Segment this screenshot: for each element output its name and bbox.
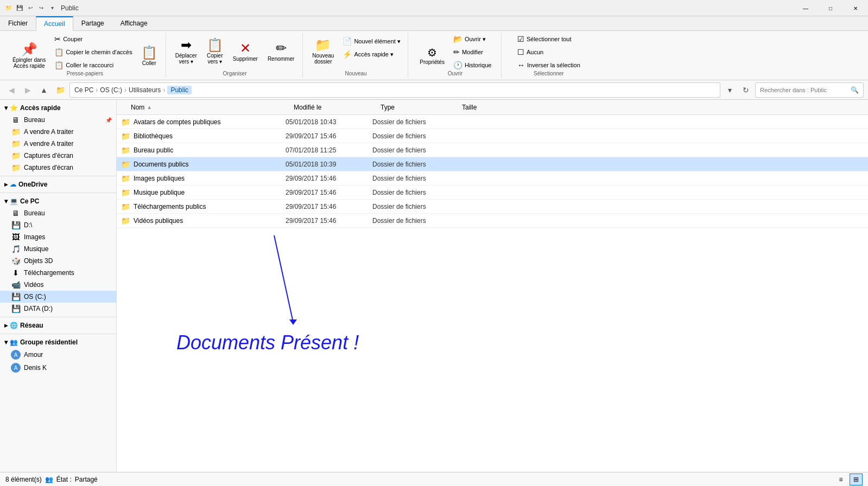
copier-button[interactable]: 📋 Copier le chemin d'accès (52, 46, 135, 58)
sidebar-item-telechargements[interactable]: ⬇ Téléchargements (0, 267, 116, 279)
couper-button[interactable]: ✂ Couper (52, 33, 135, 45)
sidebar-item-osc[interactable]: 💾 OS (C:) (0, 291, 116, 303)
tab-accueil[interactable]: Accueil (36, 16, 73, 31)
sidebar-item-captures1[interactable]: 📁 Captures d'écran (0, 150, 116, 162)
sidebar-item-captures2[interactable]: 📁 Captures d'écran (0, 162, 116, 174)
sidebar-item-avendre1[interactable]: 📁 A vendre A traiter (0, 126, 116, 138)
coller-button[interactable]: 📋 Coller le raccourci (52, 59, 135, 71)
file-date: 07/01/2018 11:25 (286, 146, 372, 154)
presse-papiers-buttons: 📌 Épingler dansAccès rapide ✂ Couper 📋 C… (9, 33, 161, 86)
icon-onedrive: ☁ (10, 181, 16, 188)
sidebar-item-datad[interactable]: 💾 DATA (D:) (0, 303, 116, 315)
section-header-acces-rapide[interactable]: ▾ ⭐ Accès rapide (0, 102, 116, 114)
historique-button[interactable]: 🕐 Historique (451, 59, 495, 71)
section-header-cepc[interactable]: ▾ 💻 Ce PC (0, 195, 116, 207)
section-groupe-residentiel: ▾ 👥 Groupe résidentiel A Amour A Denis K (0, 336, 116, 374)
ribbon-tabs: Fichier Accueil Partage Affichage (0, 16, 868, 31)
file-name: Vidéos publiques (134, 217, 286, 225)
supprimer-button[interactable]: ✕ Supprimer (229, 39, 262, 65)
file-row[interactable]: 📁 Vidéos publiques 29/09/2017 15:46 Doss… (117, 214, 868, 228)
save-icon[interactable]: 💾 (15, 4, 24, 12)
folder-icon: 📁 (121, 202, 130, 211)
file-row[interactable]: 📁 Téléchargements publics 29/09/2017 15:… (117, 200, 868, 214)
selectionner-tout-button[interactable]: ☑ Sélectionner tout (515, 33, 583, 45)
acces-rapide-button[interactable]: ⚡ Accès rapide ▾ (340, 48, 403, 60)
avendre1-icon: 📁 (11, 127, 21, 136)
expand-icon-groupe: ▾ (4, 338, 8, 346)
nouvel-element-button[interactable]: 📄 Nouvel élément ▾ (340, 35, 403, 47)
deplacer-button[interactable]: ➡ Déplacervers ▾ (172, 36, 201, 67)
sidebar-item-bureau1[interactable]: 🖥 Bureau 📌 (0, 114, 116, 126)
search-input[interactable] (760, 87, 851, 93)
sidebar-item-avendre2[interactable]: 📁 A vendre A traiter (0, 138, 116, 150)
group-label-ouvrir: Ouvrir (409, 71, 501, 76)
col-size[interactable]: Taille (462, 104, 516, 111)
file-row[interactable]: 📁 Bibliothèques 29/09/2017 15:46 Dossier… (117, 129, 868, 143)
modifier-label: Modifier (462, 49, 483, 55)
acces-rapide-label: Accès rapide ▾ (354, 51, 394, 58)
tab-fichier[interactable]: Fichier (0, 16, 36, 30)
file-type: Dossier de fichiers (372, 146, 454, 154)
section-onedrive: ▸ ☁ OneDrive (0, 178, 116, 190)
pin-icon: 📌 (105, 117, 112, 123)
group-selectionner: ☑ Sélectionner tout ☐ Aucun ↔ Inverser l… (503, 33, 595, 78)
tab-affichage[interactable]: Affichage (112, 16, 156, 30)
col-date[interactable]: Modifié le (294, 104, 381, 111)
objets3d-label: Objets 3D (24, 257, 53, 265)
section-header-groupe-residentiel[interactable]: ▾ 👥 Groupe résidentiel (0, 336, 116, 348)
refresh-button[interactable]: ↻ (739, 83, 753, 97)
breadcrumb-utilisateurs[interactable]: Utilisateurs (129, 86, 161, 94)
datad-label: DATA (D:) (24, 305, 53, 312)
file-date: 29/09/2017 15:46 (286, 132, 372, 140)
aucun-button[interactable]: ☐ Aucun (515, 46, 583, 58)
nouveau-dossier-button[interactable]: 📁 Nouveaudossier (308, 36, 338, 67)
minimize-button[interactable]: — (793, 0, 818, 16)
sidebar-item-bureau2[interactable]: 🖥 Bureau (0, 207, 116, 219)
status-right: ≡ ⊞ (834, 474, 863, 485)
group-label-nouveau: Nouveau (304, 71, 408, 76)
proprietes-button[interactable]: ⚙ Propriétés (416, 44, 448, 68)
icon-groupe: 👥 (10, 338, 18, 346)
close-button[interactable]: ✕ (843, 0, 868, 16)
icon-cepc: 💻 (10, 197, 18, 205)
sidebar-item-amour[interactable]: A Amour (0, 348, 116, 361)
maximize-button[interactable]: □ (818, 0, 843, 16)
sidebar-item-musique[interactable]: 🎵 Musique (0, 243, 116, 255)
breadcrumb-public[interactable]: Public (167, 86, 192, 94)
file-row-selected[interactable]: 📁 Documents publics 05/01/2018 10:39 Dos… (117, 157, 868, 171)
epingler-button[interactable]: 📌 Épingler dansAccès rapide (9, 40, 49, 72)
dropdown-icon[interactable]: ▾ (48, 4, 56, 12)
file-row[interactable]: 📁 Images publiques 29/09/2017 15:46 Doss… (117, 171, 868, 186)
sidebar-item-videos[interactable]: 📹 Vidéos (0, 279, 116, 291)
col-nom[interactable]: Nom ▲ (131, 104, 294, 111)
view-list-button[interactable]: ⊞ (850, 474, 863, 485)
sidebar-item-d[interactable]: 💾 D:\ (0, 219, 116, 231)
ouvrir-sm-button[interactable]: 📂 Ouvrir ▾ (451, 33, 495, 45)
breadcrumb-cepc[interactable]: Ce PC (74, 86, 93, 94)
file-list-header: Nom ▲ Modifié le Type Taille (117, 100, 868, 115)
file-row[interactable]: 📁 Avatars de comptes publiques 05/01/201… (117, 115, 868, 129)
separator1 (0, 176, 116, 176)
copier-vers-button[interactable]: 📋 Copiervers ▾ (203, 36, 227, 67)
coller-label: Coller le raccourci (66, 62, 113, 68)
modifier-button[interactable]: ✏ Modifier (451, 46, 495, 58)
file-row[interactable]: 📁 Bureau public 07/01/2018 11:25 Dossier… (117, 143, 868, 157)
sidebar-item-denisk[interactable]: A Denis K (0, 361, 116, 374)
view-details-button[interactable]: ≡ (834, 474, 847, 485)
file-row[interactable]: 📁 Musique publique 29/09/2017 15:46 Doss… (117, 186, 868, 200)
sidebar-item-images[interactable]: 🖼 Images (0, 231, 116, 243)
acces-rapide-icon: ⚡ (343, 50, 352, 59)
section-header-reseau[interactable]: ▸ 🌐 Réseau (0, 319, 116, 331)
undo-icon[interactable]: ↩ (26, 4, 35, 12)
section-header-onedrive[interactable]: ▸ ☁ OneDrive (0, 178, 116, 190)
tab-partage[interactable]: Partage (73, 16, 112, 30)
coller-large-button[interactable]: 📋 Coller (137, 43, 161, 69)
redo-icon[interactable]: ↪ (37, 4, 46, 12)
inverser-selection-button[interactable]: ↔ Inverser la sélection (515, 59, 583, 71)
col-type[interactable]: Type (381, 104, 462, 111)
breadcrumb-osc[interactable]: OS (C:) (100, 86, 122, 94)
datad-icon: 💾 (11, 304, 21, 313)
dropdown-address-btn[interactable]: ▾ (723, 83, 737, 97)
sidebar-item-objets3d[interactable]: 🎲 Objets 3D (0, 255, 116, 267)
renommer-button[interactable]: ✏ Renommer (264, 39, 298, 65)
